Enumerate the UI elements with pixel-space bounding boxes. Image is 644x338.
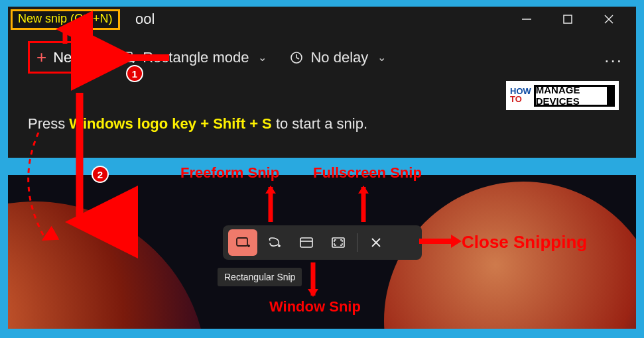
instr-suffix: to start a snip.: [272, 115, 367, 132]
divider: [357, 233, 357, 252]
dashed-arrow-annotation: [12, 133, 65, 245]
window-title-fragment: ool: [135, 11, 155, 28]
tooltip-text: New snip (Ctrl+N): [18, 12, 113, 25]
instr-highlight: Windows logo key + Shift + S: [69, 115, 271, 132]
maximize-button[interactable]: [558, 9, 578, 29]
instr-prefix: Press: [28, 115, 69, 132]
arrow-annotation: [66, 93, 93, 232]
annotation-badge-2: 2: [92, 166, 109, 183]
delay-label: No delay: [310, 49, 368, 66]
arrow-annotation: [58, 25, 72, 45]
new-button[interactable]: + New: [28, 41, 96, 74]
logo-howto: HOWTO: [510, 87, 531, 103]
arrow-annotation: [306, 260, 320, 297]
new-button-label: New: [53, 49, 82, 66]
rectangular-snip-button[interactable]: [228, 229, 257, 256]
more-button[interactable]: ···: [604, 50, 623, 71]
clock-icon: [289, 50, 304, 65]
delay-dropdown[interactable]: No delay ⌄: [289, 49, 386, 66]
plus-icon: +: [36, 47, 46, 68]
arrow-annotation: [418, 233, 462, 249]
annotation-badge-1: 1: [126, 65, 143, 82]
annotation-fullscreen: Fullscreen Snip: [313, 164, 422, 182]
logo-brand: MANAGE DEVICES: [534, 85, 615, 107]
arrow-annotation: [357, 186, 370, 225]
minimize-button[interactable]: [517, 9, 537, 29]
window-controls: [517, 9, 631, 29]
annotation-freeform: Freeform Snip: [180, 164, 279, 182]
svg-rect-17: [332, 238, 344, 247]
snip-tooltip-text: Rectangular Snip: [224, 272, 295, 282]
snipping-tool-window: New snip (Ctrl+N) ool + New Rectangle mo…: [8, 7, 636, 158]
svg-rect-1: [564, 15, 572, 23]
svg-rect-15: [300, 238, 312, 247]
svg-line-9: [296, 58, 299, 59]
annotation-window: Window Snip: [269, 298, 361, 315]
snip-mode-toolbar: [223, 225, 422, 260]
wallpaper-swirl: [384, 182, 636, 329]
freeform-snip-button[interactable]: [260, 229, 289, 256]
arrow-annotation: [264, 186, 277, 225]
more-icon: ···: [604, 50, 623, 70]
rectangular-snip-tooltip: Rectangular Snip: [218, 268, 302, 286]
watermark-logo: HOWTO MANAGE DEVICES: [506, 81, 619, 110]
arrow-annotation: [116, 48, 176, 68]
annotation-close: Close Snipping: [462, 232, 587, 253]
close-snip-button[interactable]: [361, 229, 391, 256]
logo-to: TO: [510, 94, 522, 104]
close-window-button[interactable]: [599, 9, 619, 29]
window-snip-button[interactable]: [292, 229, 321, 256]
fullscreen-snip-button[interactable]: [324, 229, 353, 256]
chevron-down-icon: ⌄: [258, 51, 267, 64]
svg-rect-10: [237, 238, 247, 246]
toolbar: + New Rectangle mode ⌄ No delay ⌄: [28, 41, 386, 74]
chevron-down-icon: ⌄: [377, 51, 386, 64]
